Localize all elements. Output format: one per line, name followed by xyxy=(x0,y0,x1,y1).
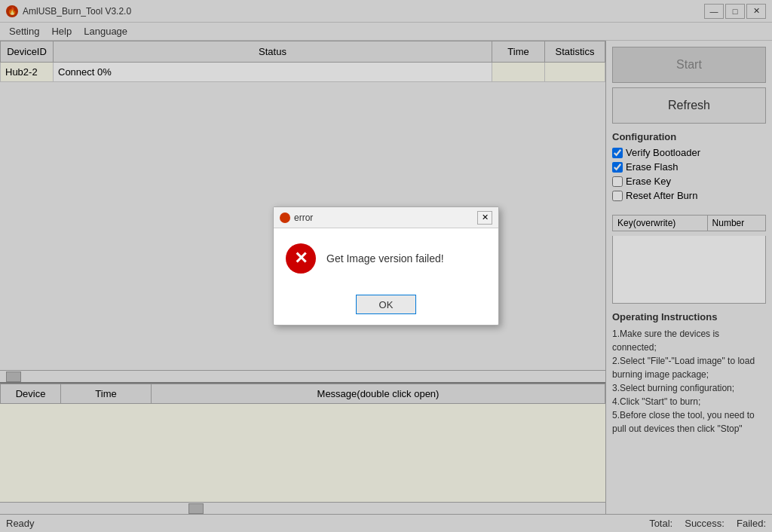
dialog-title-text: error xyxy=(294,212,313,223)
dialog-content: ✕ Get Image version failed! xyxy=(274,228,498,289)
dialog-title-left: error xyxy=(280,212,313,223)
dialog-overlay: error ✕ ✕ Get Image version failed! OK xyxy=(0,0,772,532)
error-x-symbol: ✕ xyxy=(294,250,308,267)
dialog-footer: OK xyxy=(274,289,498,325)
dialog-icon xyxy=(280,212,290,223)
dialog-close-button[interactable]: ✕ xyxy=(477,211,492,225)
dialog-message: Get Image version failed! xyxy=(326,252,444,264)
dialog-title-bar: error ✕ xyxy=(274,207,498,228)
error-dialog: error ✕ ✕ Get Image version failed! OK xyxy=(273,206,499,326)
ok-button[interactable]: OK xyxy=(356,295,416,314)
error-icon: ✕ xyxy=(286,243,316,274)
